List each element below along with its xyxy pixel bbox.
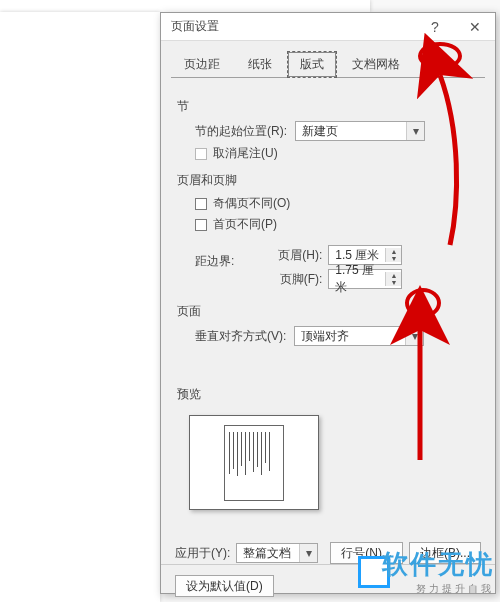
footer-distance-value: 1.75 厘米 <box>329 262 385 296</box>
apply-to-select[interactable]: 整篇文档 ▾ <box>236 543 318 563</box>
help-icon: ? <box>431 19 439 35</box>
dialog-content: 节 节的起始位置(R): 新建页 ▾ 取消尾注(U) 页眉和页脚 奇偶页不同(O… <box>161 78 495 534</box>
first-page-label: 首页不同(P) <box>213 216 277 233</box>
section-start-value: 新建页 <box>302 123 338 140</box>
vertical-align-select[interactable]: 顶端对齐 ▾ <box>294 326 424 346</box>
chevron-down-icon: ▾ <box>405 327 423 345</box>
suppress-endnote-checkbox <box>195 148 207 160</box>
dialog-title: 页面设置 <box>171 18 415 35</box>
titlebar: 页面设置 ? ✕ <box>161 13 495 41</box>
tab-paper[interactable]: 纸张 <box>235 51 285 78</box>
caret-down-icon: ▼ <box>386 279 401 286</box>
odd-even-label: 奇偶页不同(O) <box>213 195 290 212</box>
watermark: 软件无忧 努力提升自我 <box>382 547 494 596</box>
header-footer-group-label: 页眉和页脚 <box>177 172 479 189</box>
odd-even-checkbox[interactable] <box>195 198 207 210</box>
page-group-label: 页面 <box>177 303 479 320</box>
section-start-select[interactable]: 新建页 ▾ <box>295 121 425 141</box>
distance-label: 距边界: <box>195 241 234 270</box>
vertical-align-label: 垂直对齐方式(V): <box>195 328 286 345</box>
caret-up-icon: ▲ <box>386 272 401 279</box>
set-default-button[interactable]: 设为默认值(D) <box>175 575 274 597</box>
apply-to-label: 应用于(Y): <box>175 545 230 562</box>
chevron-down-icon: ▾ <box>299 544 317 562</box>
page-setup-dialog: 页面设置 ? ✕ 页边距 纸张 版式 文档网格 节 节的起始位置(R): 新建页… <box>160 12 496 594</box>
preview-group-label: 预览 <box>177 386 479 403</box>
background-doc-left <box>0 12 160 602</box>
preview-box <box>189 415 319 510</box>
tab-strip: 页边距 纸张 版式 文档网格 <box>161 41 495 78</box>
caret-up-icon: ▲ <box>386 248 401 255</box>
preview-page-icon <box>224 425 284 501</box>
close-button[interactable]: ✕ <box>455 13 495 41</box>
tab-layout[interactable]: 版式 <box>287 51 337 78</box>
header-distance-value: 1.5 厘米 <box>329 247 385 264</box>
tab-margins[interactable]: 页边距 <box>171 51 233 78</box>
section-group-label: 节 <box>177 98 479 115</box>
background-doc-top <box>0 0 370 12</box>
vertical-align-value: 顶端对齐 <box>301 328 349 345</box>
watermark-title: 软件无忧 <box>382 547 494 582</box>
tab-document-grid[interactable]: 文档网格 <box>339 51 413 78</box>
chevron-down-icon: ▾ <box>406 122 424 140</box>
help-button[interactable]: ? <box>415 13 455 41</box>
footer-distance-label: 页脚(F): <box>270 271 322 288</box>
suppress-endnote-label: 取消尾注(U) <box>213 145 278 162</box>
close-icon: ✕ <box>469 19 481 35</box>
first-page-checkbox[interactable] <box>195 219 207 231</box>
caret-down-icon: ▼ <box>386 255 401 262</box>
header-distance-label: 页眉(H): <box>270 247 322 264</box>
apply-to-value: 整篇文档 <box>243 545 291 562</box>
watermark-subtitle: 努力提升自我 <box>382 582 494 596</box>
section-start-label: 节的起始位置(R): <box>195 123 287 140</box>
footer-distance-spinner[interactable]: 1.75 厘米 ▲▼ <box>328 269 402 289</box>
